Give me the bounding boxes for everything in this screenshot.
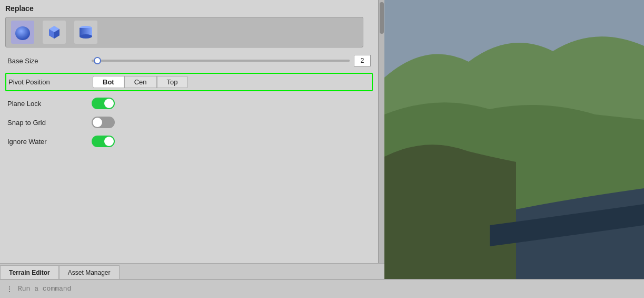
base-size-value: 2 <box>354 55 371 66</box>
sphere-icon <box>13 23 32 42</box>
viewport-scene <box>384 0 644 279</box>
pivot-position-row: Pivot Position Bot Cen Top <box>5 73 373 91</box>
command-bar: ⋮ <box>0 279 644 298</box>
tab-asset-manager[interactable]: Asset Manager <box>59 265 120 279</box>
pivot-bot-button[interactable]: Bot <box>93 76 124 88</box>
ignore-water-toggle[interactable] <box>92 136 115 147</box>
scrollbar[interactable] <box>378 0 384 263</box>
ignore-water-knob <box>104 137 114 146</box>
snap-to-grid-label: Snap to Grid <box>7 119 92 127</box>
shape-selector <box>5 17 363 47</box>
snap-to-grid-row: Snap to Grid <box>5 116 373 129</box>
tab-bar: Terrain Editor Asset Manager <box>0 263 384 279</box>
plane-lock-knob <box>104 99 114 108</box>
section-title: Replace <box>5 4 373 13</box>
ignore-water-label: Ignore Water <box>7 138 92 146</box>
scrollbar-thumb[interactable] <box>380 2 384 34</box>
plane-lock-label: Plane Lock <box>7 100 92 108</box>
base-size-row: Base Size 2 <box>5 54 373 68</box>
snap-to-grid-toggle[interactable] <box>92 117 115 128</box>
command-input[interactable] <box>18 285 640 293</box>
left-panel: Replace <box>0 0 384 279</box>
svg-point-0 <box>15 26 30 40</box>
pivot-position-label: Pivot Position <box>8 78 93 86</box>
cylinder-shape-button[interactable] <box>74 21 97 44</box>
base-size-label: Base Size <box>7 57 92 65</box>
cube-icon <box>45 23 64 42</box>
plane-lock-row: Plane Lock <box>5 97 373 110</box>
ignore-water-row: Ignore Water <box>5 134 373 148</box>
pivot-buttons-group: Bot Cen Top <box>93 76 188 88</box>
base-size-slider[interactable] <box>92 60 350 62</box>
svg-point-7 <box>80 34 92 39</box>
sphere-shape-button[interactable] <box>11 21 34 44</box>
viewport[interactable] <box>384 0 644 279</box>
base-size-slider-container: 2 <box>92 55 371 66</box>
tab-terrain-editor[interactable]: Terrain Editor <box>0 265 59 279</box>
snap-to-grid-knob <box>93 118 102 127</box>
pivot-top-button[interactable]: Top <box>157 76 188 88</box>
cylinder-icon <box>76 23 95 42</box>
cube-shape-button[interactable] <box>43 21 66 44</box>
command-icon: ⋮ <box>4 285 15 293</box>
pivot-cen-button[interactable]: Cen <box>124 76 157 88</box>
plane-lock-toggle[interactable] <box>92 98 115 109</box>
